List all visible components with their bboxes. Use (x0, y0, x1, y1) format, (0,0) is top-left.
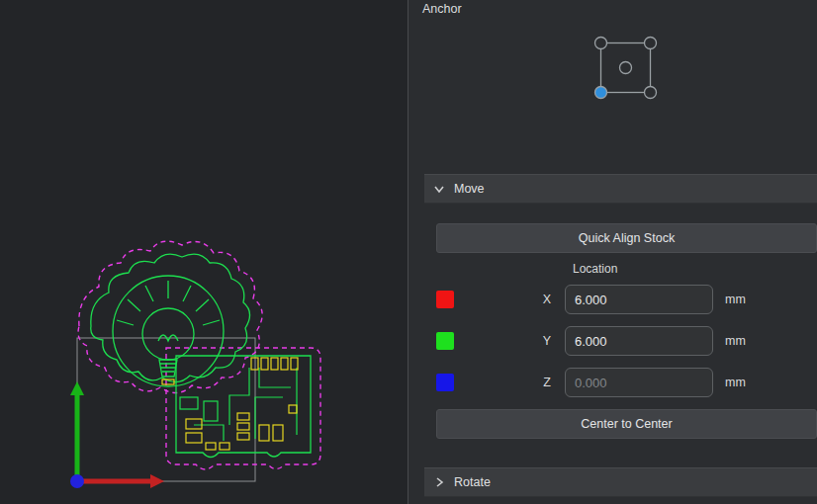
z-axis-label: Z (454, 376, 565, 389)
location-row-z: Z mm (436, 368, 807, 397)
app-window: Anchor Move Quick Align Stock Location X (0, 0, 817, 504)
viewport-canvas[interactable] (0, 0, 408, 504)
z-input[interactable] (565, 368, 713, 397)
z-unit-label: mm (725, 376, 746, 389)
location-row-y: Y mm (436, 326, 807, 356)
anchor-point-top-right[interactable] (645, 38, 657, 49)
chevron-right-icon (433, 476, 445, 488)
center-to-center-button[interactable]: Center to Center (436, 409, 817, 439)
y-input[interactable] (565, 326, 713, 356)
rotate-section-header[interactable]: Rotate (424, 467, 817, 497)
anchor-point-center[interactable] (620, 62, 632, 74)
rotate-section-label: Rotate (454, 475, 491, 489)
chevron-down-icon (433, 183, 445, 195)
location-row-x: X mm (436, 285, 807, 314)
y-unit-label: mm (725, 334, 746, 348)
quick-align-stock-button[interactable]: Quick Align Stock (436, 223, 817, 253)
y-axis-label: Y (454, 334, 565, 348)
anchor-point-bottom-left-selected[interactable] (595, 87, 607, 99)
x-axis-color-swatch (436, 291, 454, 308)
anchor-selector (587, 29, 666, 108)
x-input[interactable] (565, 285, 713, 314)
viewport-drawing (0, 0, 408, 504)
anchor-point-top-left[interactable] (595, 38, 607, 49)
origin-marker (70, 474, 84, 488)
anchor-point-bottom-right[interactable] (645, 87, 657, 99)
location-label: Location (573, 262, 617, 276)
move-section-header[interactable]: Move (424, 174, 817, 204)
x-axis-label: X (454, 293, 565, 306)
z-axis-color-swatch (436, 374, 454, 391)
move-section-label: Move (454, 182, 485, 196)
x-unit-label: mm (725, 293, 746, 306)
y-axis-color-swatch (436, 332, 454, 350)
viewport-background (0, 0, 408, 504)
properties-panel: Anchor Move Quick Align Stock Location X (408, 0, 817, 504)
anchor-section-label: Anchor (422, 2, 462, 16)
